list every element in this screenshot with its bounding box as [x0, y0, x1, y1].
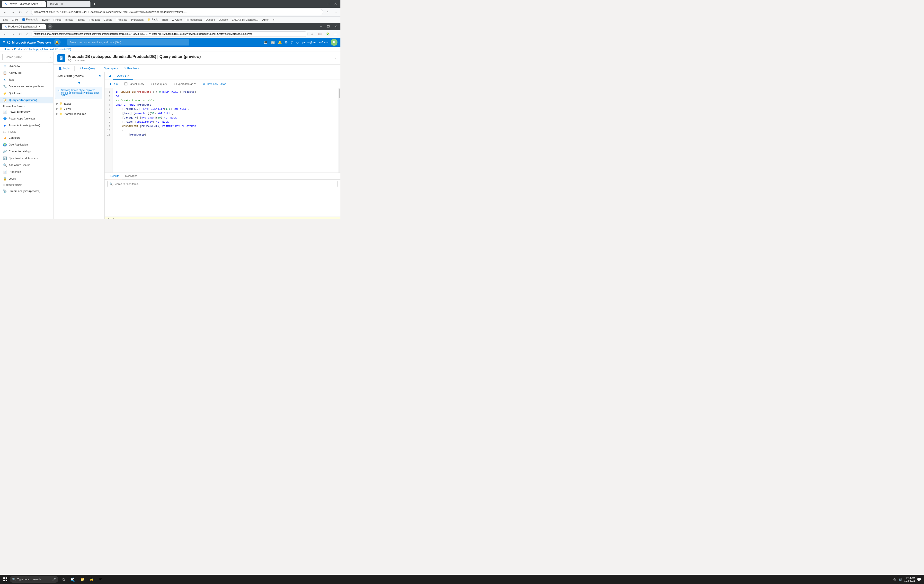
azure-search-bar[interactable] [68, 39, 189, 46]
obj-explorer-refresh-btn[interactable]: ↻ [99, 74, 101, 78]
bookmark-paolo[interactable]: 📁 Paolo [146, 18, 159, 22]
maximize-btn[interactable]: □ [326, 1, 331, 7]
query-tab-1[interactable]: Query 1 ✕ [113, 72, 133, 79]
sidebar-item-powerbi[interactable]: 📊 Power BI (preview) [0, 108, 53, 115]
extensions-btn[interactable]: 🧩 [325, 31, 331, 37]
results-tab[interactable]: Results [107, 173, 122, 179]
new-query-btn[interactable]: + New Query [78, 66, 97, 71]
address-bar-1[interactable] [31, 9, 323, 15]
resource-close-btn[interactable]: × [335, 56, 337, 60]
user-profile[interactable]: paolos@microsoft.com P [302, 39, 338, 46]
forward-btn[interactable]: → [10, 9, 16, 15]
bookmark-star-btn[interactable]: ☆ [309, 31, 315, 37]
close-btn[interactable]: ✕ [333, 1, 338, 7]
code-content[interactable]: IF OBJECT_ID('Products') > 0 DROP TABLE … [113, 88, 338, 172]
settings-btn[interactable]: ⋯ [332, 9, 338, 15]
settings-btn-2[interactable]: ⋯ [333, 31, 338, 37]
sidebar-item-diagnose[interactable]: 🔧 Diagnose and solve problems [0, 83, 53, 90]
bookmark-facebook[interactable]: 🔵 Facebook [21, 18, 39, 22]
run-btn[interactable]: ▶ Run [107, 81, 120, 86]
bookmark-btn[interactable]: ☆ [325, 9, 331, 15]
sidebar-item-tags[interactable]: 🏷 Tags [0, 76, 53, 83]
sidebar-item-quickstart[interactable]: ⚡ Quick start [0, 90, 53, 97]
notifications-icon[interactable]: 🔔 [278, 40, 282, 44]
tab3-close[interactable]: ✕ [38, 25, 40, 28]
bookmark-outlook2[interactable]: Outlook [218, 18, 229, 22]
obj-node-views[interactable]: ▶ 📁 Views [55, 106, 102, 111]
browser-tab-3[interactable]: A ProductsDB (webappsql ✕ [2, 23, 46, 30]
bookmark-twitter[interactable]: Twitter [41, 18, 50, 22]
code-editor[interactable]: 1 2 3 4 5 6 7 8 9 10 11 [104, 88, 340, 173]
browser-tab-2[interactable]: TestVm ✕ [47, 1, 91, 7]
home-btn-2[interactable]: ⌂ [25, 31, 30, 37]
settings-icon[interactable]: ⚙ [285, 40, 288, 44]
sidebar-collapse-btn[interactable]: « [48, 55, 53, 60]
breadcrumb-resource[interactable]: ProductsDB (webappsqldbiredisdb/Products… [14, 48, 71, 51]
restore-btn-2[interactable]: ❐ [326, 24, 331, 29]
bookmark-blog[interactable]: Blog [162, 18, 169, 22]
close-btn-2[interactable]: ✕ [333, 24, 338, 29]
sidebar-item-power-automate[interactable]: ▶ Power Automate (preview) [0, 122, 53, 129]
cloud-shell-icon[interactable]: 💻 [264, 40, 268, 44]
breadcrumb-home[interactable]: Home [4, 48, 11, 51]
tab-expand-arrow[interactable]: ◀ [107, 73, 113, 79]
bookmark-fidelity[interactable]: Fidelity [76, 18, 86, 22]
bookmark-azure[interactable]: ▲ Azure [171, 18, 183, 22]
sidebar-item-configure[interactable]: ⚙ Configure [0, 134, 53, 141]
reload-btn[interactable]: ↻ [18, 9, 23, 15]
minimize-btn-2[interactable]: ─ [318, 24, 323, 29]
add-tab-btn[interactable]: + [48, 24, 53, 29]
back-btn[interactable]: ← [2, 9, 8, 15]
feedback-btn[interactable]: ♡ Feedback [122, 66, 141, 71]
bookmark-r[interactable]: R Repubblica [185, 18, 203, 22]
minimize-btn[interactable]: ─ [318, 1, 324, 7]
bookmark-more[interactable]: » [272, 18, 276, 22]
feedback-icon[interactable]: ☺ [296, 40, 299, 44]
url-input-2[interactable] [34, 33, 305, 35]
login-btn[interactable]: 👤 Login [56, 66, 71, 71]
obj-explorer-collapse-arrow[interactable]: ◀ [53, 80, 104, 85]
new-tab-btn[interactable]: + [91, 2, 97, 6]
notification-icon[interactable]: 🔔 [54, 39, 61, 46]
sidebar-item-overview[interactable]: ⊞ Overview [0, 63, 53, 69]
sidebar-item-connection-strings[interactable]: 🔗 Connection strings [0, 148, 53, 155]
editor-scrollbar[interactable] [338, 88, 340, 172]
forward-btn-2[interactable]: → [10, 31, 16, 37]
sidebar-item-stream-analytics[interactable]: 📡 Stream analytics (preview) [0, 188, 53, 194]
bookmark-freedict[interactable]: Free Dict [88, 18, 101, 22]
azure-search-input[interactable] [68, 39, 189, 46]
sidebar-item-sync[interactable]: 🔄 Sync to other databases [0, 155, 53, 162]
results-search-input[interactable] [107, 181, 338, 187]
read-mode-btn[interactable]: 📖 [317, 31, 323, 37]
bookmark-fineco[interactable]: Fineco [53, 18, 63, 22]
hamburger-menu[interactable]: ≡ [3, 40, 5, 45]
obj-node-stored-procedures[interactable]: ▶ 📁 Stored Procedures [55, 111, 102, 116]
save-query-btn[interactable]: ↓ Save query [148, 81, 169, 86]
sidebar-item-powerapps[interactable]: 🔷 Power Apps (preview) [0, 115, 53, 122]
tab1-close[interactable]: ✕ [40, 3, 42, 5]
bookmark-amex[interactable]: Amex [261, 18, 270, 22]
bookmark-outlook[interactable]: Outlook [205, 18, 216, 22]
sidebar-item-properties[interactable]: 📊 Properties [0, 169, 53, 175]
directory-icon[interactable]: 🏢 [271, 40, 275, 44]
export-data-btn[interactable]: ↓ Export data as ▾ [171, 81, 198, 86]
help-icon[interactable]: ? [291, 40, 293, 44]
bookmark-google[interactable]: Google [102, 18, 113, 22]
bookmark-crm[interactable]: CRM [11, 18, 19, 22]
resource-more-btn[interactable]: ... [206, 56, 210, 60]
home-btn[interactable]: ⌂ [25, 9, 30, 15]
open-query-btn[interactable]: ↑ Open query [99, 66, 120, 71]
obj-node-tables[interactable]: ▶ 📁 Tables [55, 101, 102, 106]
query-tab-1-close[interactable]: ✕ [127, 74, 129, 77]
show-editor-btn[interactable]: ⊞ Show only Editor [200, 81, 228, 86]
address-bar-2[interactable] [31, 31, 308, 37]
power-platform-expand[interactable]: » [23, 105, 25, 108]
reload-btn-2[interactable]: ↻ [18, 31, 23, 37]
sidebar-item-activity-log[interactable]: 📋 Activity log [0, 69, 53, 76]
bookmark-translate[interactable]: Translate [115, 18, 128, 22]
sidebar-item-query-editor[interactable]: 📝 Query editor (preview) [0, 97, 53, 103]
messages-tab[interactable]: Messages [122, 173, 140, 179]
browser-tab-1[interactable]: A TestVm - Microsoft Azure ✕ [2, 1, 46, 7]
bookmark-bitly[interactable]: Bitly [2, 18, 9, 22]
bookmark-emea[interactable]: EMEA FTA Dashboa... [231, 18, 259, 22]
